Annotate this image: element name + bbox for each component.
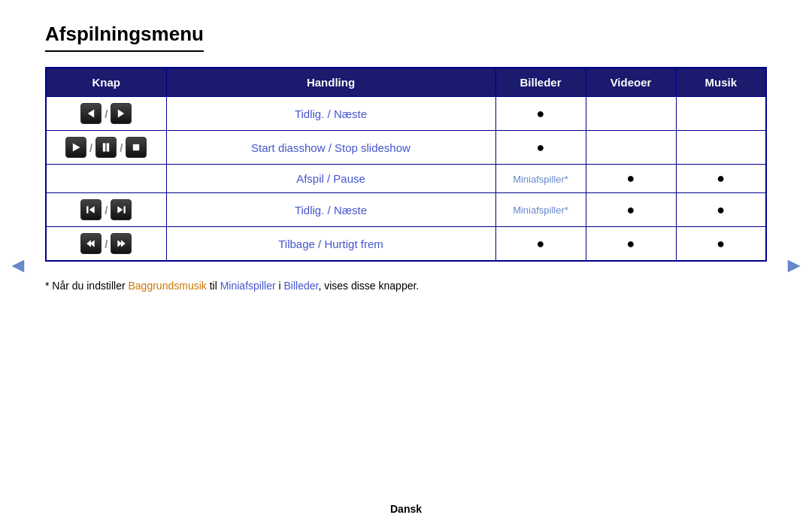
bullet-b2: ● <box>537 140 545 155</box>
footnote-billeder: Billeder <box>283 280 318 292</box>
billeder-cell-1: ● <box>495 97 586 131</box>
footnote-text-mid1: til <box>207 280 220 292</box>
table-row: / Tidlig. / Næste ● <box>46 97 766 131</box>
btn-cell-prev-next: / <box>46 97 166 131</box>
btn-group-skip: / <box>56 199 157 220</box>
btn-group-play-stop: / / <box>56 137 157 158</box>
next-button-icon[interactable] <box>111 103 132 124</box>
svg-marker-2 <box>73 143 80 151</box>
svg-marker-0 <box>88 109 94 117</box>
page-footer-language: Dansk <box>390 503 422 515</box>
videoer-cell-1 <box>586 97 676 131</box>
table-row: / Tidlig. / Næste Min <box>46 193 766 227</box>
handling-cell-1: Tidlig. / Næste <box>166 97 495 131</box>
tilbage-link: Tilbage <box>278 238 315 250</box>
miniafspiller-label-2: Miniafspiller* <box>513 204 568 216</box>
hurtigt-frem-link: Hurtigt frem <box>324 238 383 250</box>
bullet-b5: ● <box>537 236 545 251</box>
stop-button-icon[interactable] <box>126 137 147 158</box>
videoer-cell-2 <box>586 131 676 165</box>
slash-handling-4: / <box>328 204 334 217</box>
svg-rect-9 <box>124 206 126 213</box>
handling-cell-3: Afspil / Pause <box>166 165 495 193</box>
rewind-button-icon[interactable] <box>80 233 102 254</box>
tidlig-link-2: Tidlig. <box>295 204 324 217</box>
bullet-v5: ● <box>627 236 635 251</box>
footnote-text-mid2: i <box>276 280 284 292</box>
musik-cell-1 <box>676 97 766 131</box>
musik-cell-5: ● <box>676 227 766 262</box>
stop-slideshow-link: Stop slideshow <box>335 141 411 154</box>
handling-cell-4: Tidlig. / Næste <box>166 193 495 227</box>
btn-cell-play-stop: / / <box>46 131 166 165</box>
bullet-m5: ● <box>717 236 725 251</box>
tidlig-link-1: Tidlig. <box>295 108 324 120</box>
naeste-link-2: Næste <box>334 204 367 217</box>
slash-3: / <box>120 141 123 154</box>
slash-handling-2: / <box>329 141 335 154</box>
videoer-cell-5: ● <box>586 227 676 262</box>
slash-handling-1: / <box>328 108 334 120</box>
col-header-videoer: Videoer <box>586 68 676 97</box>
nav-prev-arrow[interactable]: ◄ <box>8 253 29 277</box>
table-header-row: Knap Handling Billeder Videoer Musik <box>46 68 766 97</box>
slash-5: / <box>105 238 108 250</box>
slash-4: / <box>105 204 108 217</box>
table-row: Afspil / Pause Miniafspiller* ● ● <box>46 165 766 193</box>
musik-cell-3: ● <box>676 165 766 193</box>
musik-cell-4: ● <box>676 193 766 227</box>
billeder-cell-2: ● <box>495 131 586 165</box>
handling-cell-5: Tilbage / Hurtigt frem <box>166 227 495 262</box>
bullet-v4: ● <box>627 202 635 217</box>
miniafspiller-label-1: Miniafspiller* <box>513 174 568 185</box>
pause-link: Pause <box>333 172 365 185</box>
playback-table: Knap Handling Billeder Videoer Musik / <box>45 67 767 262</box>
bullet-v3: ● <box>627 171 635 186</box>
handling-cell-2: Start diasshow / Stop slideshow <box>166 131 495 165</box>
skip-prev-button-icon[interactable] <box>80 199 102 220</box>
table-row: / Tilbage / Hurtigt frem ● <box>46 227 766 262</box>
fastforward-button-icon[interactable] <box>111 233 132 254</box>
bullet-m3: ● <box>717 171 725 186</box>
col-header-handling: Handling <box>166 68 495 97</box>
btn-group-rewfwd: / <box>56 233 157 254</box>
slash-1: / <box>105 108 108 120</box>
svg-rect-4 <box>107 143 110 151</box>
footnote-text-after: , vises disse knapper. <box>318 280 419 292</box>
footnote: * Når du indstiller Baggrundsmusik til M… <box>45 280 767 292</box>
footnote-text-before: * Når du indstiller <box>45 280 129 292</box>
videoer-cell-4: ● <box>586 193 676 227</box>
btn-group-prev-next: / <box>56 103 157 124</box>
skip-next-button-icon[interactable] <box>111 199 132 220</box>
footnote-baggrundsmusik: Baggrundsmusik <box>129 280 207 292</box>
svg-rect-3 <box>103 143 106 151</box>
footnote-miniafspiller: Miniafspiller <box>220 280 276 292</box>
billeder-cell-4: Miniafspiller* <box>495 193 586 227</box>
prev-button-icon[interactable] <box>80 103 102 124</box>
col-header-knap: Knap <box>46 68 166 97</box>
billeder-cell-5: ● <box>495 227 586 262</box>
svg-marker-13 <box>121 240 126 247</box>
svg-rect-6 <box>86 206 88 213</box>
pause-button-icon[interactable] <box>95 137 117 158</box>
svg-rect-5 <box>133 144 139 150</box>
musik-cell-2 <box>676 131 766 165</box>
afspil-link: Afspil <box>296 172 324 185</box>
svg-marker-7 <box>89 206 95 213</box>
bullet-b1: ● <box>537 106 545 121</box>
videoer-cell-3: ● <box>586 165 676 193</box>
play-button-icon[interactable] <box>65 137 86 158</box>
col-header-musik: Musik <box>676 68 766 97</box>
language-label: Dansk <box>390 503 422 515</box>
svg-marker-8 <box>118 206 123 213</box>
btn-cell-skip: / <box>46 193 166 227</box>
bullet-m4: ● <box>717 202 725 217</box>
slash-2: / <box>89 141 92 154</box>
btn-cell-empty <box>46 165 166 193</box>
table-row: / / Start diasshow / Stop slideshow <box>46 131 766 165</box>
btn-cell-rewfwd: / <box>46 227 166 262</box>
nav-next-arrow[interactable]: ► <box>783 253 804 277</box>
start-diasshow-link: Start diasshow <box>251 141 325 154</box>
billeder-cell-3: Miniafspiller* <box>495 165 586 193</box>
page-title: Afspilningsmenu <box>45 23 204 52</box>
